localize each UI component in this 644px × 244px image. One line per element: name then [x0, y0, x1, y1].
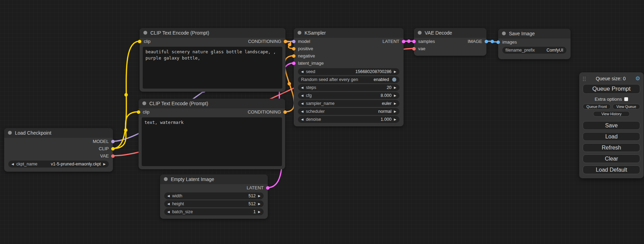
clip-output-port[interactable] [111, 147, 115, 151]
increment-arrow-icon[interactable]: ▶ [394, 94, 396, 97]
node-clip-text-encode-positive[interactable]: CLIP Text Encode (Prompt) clip CONDITION… [140, 28, 285, 92]
widget-value: normal [378, 109, 391, 114]
image-output-port[interactable] [485, 40, 488, 43]
queue-size-label: Queue size: 0 [586, 76, 635, 81]
decrement-arrow-icon[interactable]: ◀ [301, 94, 303, 97]
port-label: VAE [100, 153, 109, 159]
seed-widget[interactable]: ◀ seed 156680208700286 ▶ [298, 68, 399, 75]
filename-prefix-widget[interactable]: filename_prefix ComfyUI [502, 47, 566, 54]
decrement-arrow-icon[interactable]: ◀ [167, 210, 170, 214]
node-title-bar: KSampler [294, 28, 404, 38]
steps-widget[interactable]: ◀ steps 20 ▶ [298, 84, 399, 91]
latent-output-port[interactable] [266, 186, 270, 190]
extra-options-label: Extra options [595, 97, 622, 102]
queue-prompt-button[interactable]: Queue Prompt [583, 84, 640, 94]
random-seed-toggle-widget[interactable]: Random seed after every gen enabled [298, 76, 399, 83]
widget-name: ckpt_name [16, 162, 37, 166]
load-default-button[interactable]: Load Default [583, 165, 640, 174]
collapse-dot-icon[interactable] [142, 101, 146, 105]
view-queue-button[interactable]: View Queue [612, 104, 641, 109]
increment-arrow-icon[interactable]: ▶ [258, 210, 261, 214]
toggle-dot-icon[interactable] [392, 78, 396, 82]
increment-arrow-icon[interactable]: ▶ [394, 118, 396, 121]
settings-gear-icon[interactable]: ⚙ [635, 76, 640, 81]
port-label: LATENT [382, 39, 399, 44]
decrement-arrow-icon[interactable]: ◀ [301, 118, 303, 121]
positive-input-port[interactable] [292, 47, 295, 51]
denoise-widget[interactable]: ◀ denoise 1.000 ▶ [298, 116, 399, 123]
decrement-arrow-icon[interactable]: ◀ [301, 110, 303, 113]
increment-arrow-icon[interactable]: ▶ [394, 86, 396, 89]
clip-input-port[interactable] [137, 110, 140, 114]
conditioning-output-port[interactable] [283, 110, 287, 114]
clip-input-port[interactable] [138, 40, 141, 43]
decrement-arrow-icon[interactable]: ◀ [301, 86, 303, 89]
positive-prompt-textarea[interactable]: beautiful scenery nature glass bottle la… [143, 47, 282, 89]
vae-input-port[interactable] [412, 47, 416, 51]
widget-value: 512 [248, 193, 256, 198]
widget-value: 1.000 [381, 117, 391, 122]
node-vae-decode[interactable]: VAE Decode samples IMAGE vae [414, 28, 486, 56]
increment-arrow-icon[interactable]: ▶ [103, 163, 106, 166]
widget-value: 1 [253, 209, 256, 214]
increment-arrow-icon[interactable]: ▶ [394, 110, 396, 113]
save-button[interactable]: Save [583, 121, 640, 130]
refresh-button[interactable]: Refresh [583, 143, 640, 152]
node-clip-text-encode-negative[interactable]: CLIP Text Encode (Prompt) clip CONDITION… [139, 99, 285, 169]
port-label: images [502, 39, 517, 45]
widget-name: steps [306, 85, 316, 90]
node-empty-latent-image[interactable]: Empty Latent Image LATENT ◀ width 512 ▶ … [160, 174, 268, 219]
negative-prompt-textarea[interactable]: text, watermark [142, 117, 282, 166]
decrement-arrow-icon[interactable]: ◀ [301, 102, 303, 105]
view-history-button[interactable]: View History [593, 111, 630, 117]
images-input-port[interactable] [496, 40, 500, 44]
load-button[interactable]: Load [583, 132, 640, 141]
collapse-dot-icon[interactable] [164, 177, 168, 181]
latent-output-port[interactable] [402, 40, 405, 43]
port-label: clip [143, 109, 150, 115]
widget-value: 20 [387, 85, 391, 90]
model-output-port[interactable] [111, 140, 115, 143]
decrement-arrow-icon[interactable]: ◀ [167, 195, 170, 198]
node-ksampler[interactable]: KSampler model LATENT positive negative [294, 28, 404, 126]
negative-input-port[interactable] [292, 54, 295, 58]
queue-menu-panel: Queue size: 0 ⚙ Queue Prompt Extra optio… [579, 72, 644, 178]
sampler-name-widget[interactable]: ◀ sampler_name euler ▶ [298, 100, 399, 107]
drag-handle-icon[interactable] [583, 76, 586, 81]
increment-arrow-icon[interactable]: ▶ [258, 202, 261, 206]
port-label: CONDITIONING [248, 109, 281, 115]
node-load-checkpoint[interactable]: Load Checkpoint MODEL CLIP VAE ◀ ckpt_na… [4, 128, 113, 172]
width-widget[interactable]: ◀ width 512 ▶ [164, 192, 264, 199]
increment-arrow-icon[interactable]: ▶ [394, 70, 396, 73]
height-widget[interactable]: ◀ height 512 ▶ [164, 200, 264, 207]
node-save-image[interactable]: Save Image images filename_prefix ComfyU… [498, 29, 571, 59]
decrement-arrow-icon[interactable]: ◀ [301, 70, 303, 73]
widget-name: denoise [306, 117, 321, 122]
extra-options-checkbox[interactable] [624, 97, 628, 101]
samples-input-port[interactable] [412, 40, 416, 43]
scheduler-widget[interactable]: ◀ scheduler normal ▶ [298, 108, 399, 115]
cfg-widget[interactable]: ◀ cfg 8.000 ▶ [298, 92, 399, 99]
batch-size-widget[interactable]: ◀ batch_size 1 ▶ [164, 208, 264, 215]
collapse-dot-icon[interactable] [143, 31, 147, 35]
vae-output-port[interactable] [111, 154, 115, 158]
widget-value: v1-5-pruned-emaonly.ckpt [51, 162, 101, 166]
node-title: VAE Decode [425, 30, 452, 36]
collapse-dot-icon[interactable] [298, 31, 301, 35]
decrement-arrow-icon[interactable]: ◀ [167, 202, 170, 206]
clear-button[interactable]: Clear [583, 154, 640, 163]
queue-front-button[interactable]: Queue Front [583, 104, 611, 109]
model-input-port[interactable] [292, 40, 295, 43]
collapse-dot-icon[interactable] [8, 131, 12, 135]
collapse-dot-icon[interactable] [502, 31, 506, 35]
decrement-arrow-icon[interactable]: ◀ [11, 163, 14, 166]
latent-image-input-port[interactable] [292, 62, 295, 65]
conditioning-output-port[interactable] [284, 40, 287, 43]
ckpt-name-widget[interactable]: ◀ ckpt_name v1-5-pruned-emaonly.ckpt ▶ [8, 161, 109, 168]
node-title-bar: VAE Decode [414, 28, 486, 38]
increment-arrow-icon[interactable]: ▶ [394, 102, 396, 105]
increment-arrow-icon[interactable]: ▶ [258, 195, 261, 198]
collapse-dot-icon[interactable] [418, 31, 422, 35]
port-label: clip [144, 39, 151, 44]
widget-value: euler [382, 101, 391, 106]
